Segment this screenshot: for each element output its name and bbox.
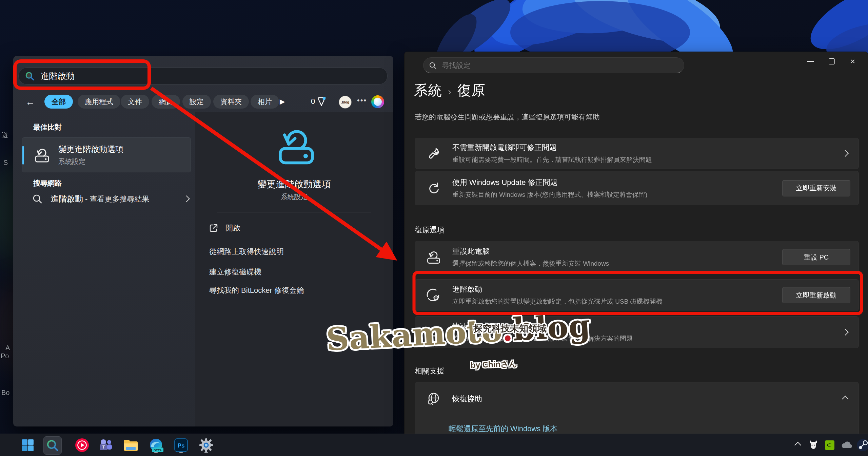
reset-pc-button[interactable]: 重設 PC — [782, 249, 850, 265]
windows-search-flyout: ← 全部 應用程式 文件 網頁 設定 資料夾 相片 ▶ 0 .blog ••• … — [13, 56, 393, 426]
reinstall-now-button[interactable]: 立即重新安裝 — [782, 180, 850, 196]
start-button[interactable] — [19, 436, 37, 454]
card-reset-this-pc[interactable]: 重設此電腦 選擇保留或移除您的個人檔案，然後重新安裝 Windows 重設 PC — [415, 241, 859, 273]
web-search-header: 搜尋網路 — [33, 178, 62, 188]
search-icon — [25, 71, 35, 81]
preview-link-quick-help[interactable]: 從網路上取得快速說明 — [209, 247, 284, 257]
card-fix-with-windows-update[interactable]: 使用 Windows Update 修正問題 重新安裝目前的 Windows 版… — [415, 171, 859, 205]
section-recovery-options: 復原選項 — [415, 225, 445, 235]
taskbar: T BETA P — [0, 434, 868, 456]
card-advanced-startup[interactable]: 進階啟動 立即重新啟動您的裝置以變更啟動設定，包括從光碟片或 USB 磁碟機開機… — [415, 279, 859, 311]
divider — [217, 212, 371, 212]
svg-text:Ps: Ps — [178, 442, 185, 449]
file-explorer-icon[interactable] — [122, 436, 140, 454]
card-subtitle: 選擇保留或移除您的個人檔案，然後重新安裝 Windows — [452, 259, 775, 268]
search-tabs-row: ← 全部 應用程式 文件 網頁 設定 資料夾 相片 ▶ 0 .blog ••• — [13, 94, 393, 110]
close-button[interactable]: × — [843, 55, 862, 68]
refresh-icon — [415, 181, 452, 195]
preview-link-bitlocker-key[interactable]: 尋找我的 BitLocker 修復金鑰 — [209, 285, 304, 296]
chevron-right-icon — [183, 195, 190, 202]
edge-beta-icon[interactable]: BETA — [147, 436, 165, 454]
tray-show-hidden-icons[interactable] — [791, 438, 805, 452]
restart-now-button[interactable]: 立即重新啟動 — [782, 287, 850, 303]
rewards-icon — [317, 96, 326, 107]
watermark-byline: by Chinさん — [470, 358, 517, 371]
svg-text:BETA: BETA — [154, 449, 162, 452]
running-indicator — [204, 452, 208, 453]
card-subtitle: 重新安裝目前的 Windows 版本(您的應用程式、檔案和設定將會保留) — [452, 190, 775, 199]
settings-search-box[interactable] — [423, 57, 684, 73]
tab-settings[interactable]: 設定 — [182, 95, 211, 109]
tray-onedrive-icon[interactable] — [840, 438, 854, 452]
search-icon — [429, 61, 437, 70]
youtube-music-icon[interactable] — [73, 436, 91, 454]
cloud-icon — [415, 326, 452, 338]
settings-gear-icon[interactable] — [197, 436, 215, 454]
rewards-badge[interactable]: 0 — [311, 96, 326, 107]
minimize-button[interactable] — [801, 55, 820, 68]
taskbar-search-button[interactable] — [43, 436, 62, 455]
card-title: 使用 Windows Update 修正問題 — [452, 177, 775, 188]
breadcrumb-current: 復原 — [457, 81, 485, 100]
tab-all[interactable]: 全部 — [44, 95, 73, 109]
restore-previous-windows-link[interactable]: 輕鬆還原至先前的 Windows 版本 — [449, 424, 557, 434]
search-icon — [32, 194, 42, 204]
windows-logo-icon — [21, 439, 34, 452]
search-input-box[interactable] — [18, 68, 388, 84]
settings-window: × 系統 › 復原 若您的電腦發生問題或想要重設，這些復原選項可能有幫助 不需重… — [404, 52, 868, 434]
web-search-result[interactable]: 進階啟動 - 查看更多搜尋結果 — [22, 190, 191, 208]
best-match-subtitle: 系統設定 — [58, 157, 123, 166]
avatar-label: .blog — [341, 100, 349, 104]
settings-search-input[interactable] — [441, 61, 678, 70]
edge-beta-badge: BETA — [152, 448, 163, 452]
selection-accent-bar — [22, 146, 24, 165]
avatar[interactable]: .blog — [339, 96, 352, 109]
tab-photos[interactable]: 相片 — [251, 95, 279, 109]
best-match-title: 變更進階啟動選項 — [58, 144, 123, 155]
maximize-button[interactable] — [822, 55, 841, 68]
wrench-icon — [415, 146, 452, 161]
preview-subtitle: 系統設定 — [195, 192, 393, 202]
advanced-startup-restart-icon — [415, 287, 452, 303]
chevron-up-icon — [794, 442, 801, 449]
page-subtitle: 若您的電腦發生問題或想要重設，這些復原選項可能有幫助 — [415, 112, 600, 122]
advanced-startup-icon — [33, 146, 51, 164]
running-indicator — [179, 452, 183, 453]
more-tabs-icon[interactable]: ▶ — [280, 97, 285, 106]
search-icon — [46, 439, 59, 452]
preview-link-recovery-drive[interactable]: 建立修復磁碟機 — [209, 267, 261, 277]
card-subtitle: 立即重新啟動您的裝置以變更啟動設定，包括從光碟片或 USB 磁碟機開機 — [452, 297, 775, 306]
photoshop-icon[interactable]: Ps — [172, 436, 190, 454]
globe-help-icon — [415, 382, 452, 415]
rewards-count: 0 — [311, 97, 315, 106]
chevron-right-icon — [842, 150, 849, 157]
copilot-icon[interactable] — [371, 95, 384, 108]
desktop-icon-label: A — [5, 344, 10, 352]
tray-steam-icon[interactable] — [856, 438, 868, 452]
more-options-icon[interactable]: ••• — [357, 96, 367, 105]
tab-apps[interactable]: 應用程式 — [78, 95, 120, 109]
open-action[interactable]: 開啟 — [209, 223, 240, 233]
minimize-icon — [807, 61, 814, 62]
search-query-input[interactable] — [40, 71, 381, 81]
open-external-icon — [209, 224, 218, 232]
card-fix-without-reset[interactable]: 不需重新開啟電腦即可修正問題 重設可能需要花費一段時間。首先，請嘗試執行疑難排解… — [415, 138, 859, 169]
divider — [415, 415, 859, 415]
tray-nvidia-icon[interactable] — [823, 438, 837, 452]
web-search-query: 進階啟動 — [51, 194, 83, 203]
best-match-result[interactable]: 變更進階啟動選項 系統設定 — [22, 137, 191, 172]
card-subtitle: 重設可能需要花費一段時間。首先，請嘗試執行疑難排解員來解決問題 — [452, 155, 833, 164]
reset-pc-icon — [415, 249, 452, 265]
watermark-overlay-text: 探究科技未知領域 — [473, 322, 547, 335]
tab-web[interactable]: 網頁 — [152, 95, 180, 109]
desktop: 遊 S A Po Bo ← 全部 應用程式 文件 網頁 設定 資料夾 相片 ▶ — [0, 0, 868, 456]
breadcrumb-parent[interactable]: 系統 — [414, 81, 442, 100]
back-arrow-icon[interactable]: ← — [23, 95, 37, 109]
desktop-icon-label: Po — [1, 352, 9, 360]
desktop-icon-label: Bo — [1, 389, 9, 397]
teams-icon[interactable]: T — [97, 436, 115, 454]
tab-documents[interactable]: 文件 — [121, 95, 149, 109]
tab-folders[interactable]: 資料夾 — [213, 95, 249, 109]
breadcrumb-separator: › — [448, 84, 451, 97]
tray-animal-app-icon[interactable] — [806, 438, 821, 452]
